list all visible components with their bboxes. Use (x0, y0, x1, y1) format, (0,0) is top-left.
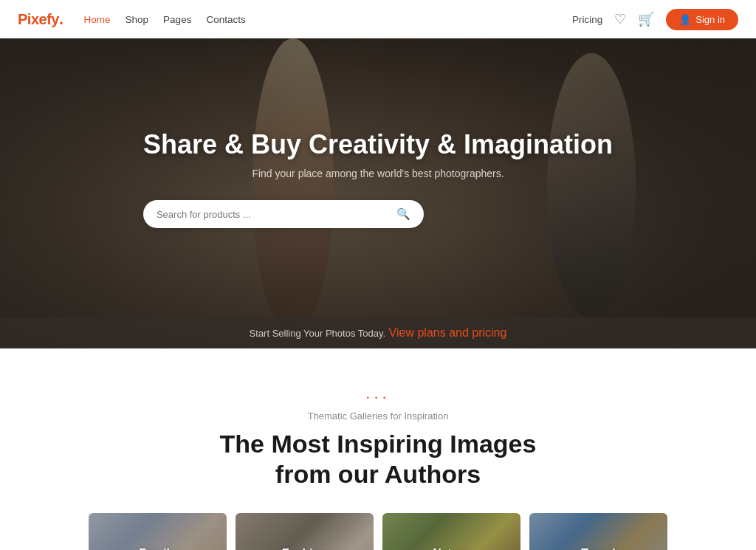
section-subtitle: Thematic Galleries for Inspiration (18, 410, 738, 422)
hero-content: Share & Buy Creativity & Imagination Fin… (143, 129, 613, 258)
logo-dot: . (59, 10, 63, 28)
logo[interactable]: Pixefy. (18, 10, 63, 29)
navbar-right: Pricing ♡ 🛒 👤 Sign in (572, 9, 738, 30)
gallery-grid: Family Fashion Nature Travel (75, 513, 681, 550)
nav-contacts[interactable]: Contacts (206, 14, 245, 25)
gallery-label-fashion: Fashion (282, 547, 327, 550)
search-icon[interactable]: 🔍 (396, 207, 410, 221)
gallery-overlay-family: Family (89, 513, 227, 550)
nav-home[interactable]: Home (84, 14, 111, 25)
hero-subtitle: Find your place among the world's best p… (143, 168, 613, 179)
galleries-section: ... Thematic Galleries for Inspiration T… (0, 348, 756, 550)
signin-button[interactable]: 👤 Sign in (666, 9, 738, 30)
hero-bottom-text: Start Selling Your Photos Today. (250, 328, 386, 339)
navbar: Pixefy. Home Shop Pages Contacts Pricing… (0, 0, 756, 38)
logo-text: Pixefy (18, 11, 59, 27)
nav-links: Home Shop Pages Contacts (84, 14, 246, 25)
nav-pages[interactable]: Pages (163, 14, 191, 25)
nav-shop[interactable]: Shop (126, 14, 149, 25)
hero-pricing-link[interactable]: View plans and pricing (389, 326, 507, 339)
gallery-label-family: Family (139, 547, 176, 550)
gallery-label-nature: Nature (433, 547, 470, 550)
gallery-card-fashion[interactable]: Fashion (236, 513, 374, 550)
gallery-card-nature[interactable]: Nature (382, 513, 520, 550)
cart-icon[interactable]: 🛒 (638, 11, 654, 27)
search-input[interactable] (157, 209, 396, 220)
gallery-overlay-fashion: Fashion (236, 513, 374, 550)
section-title: The Most Inspiring Images from our Autho… (18, 429, 738, 489)
search-bar: 🔍 (143, 200, 424, 228)
wishlist-icon[interactable]: ♡ (614, 11, 626, 27)
navbar-left: Pixefy. Home Shop Pages Contacts (18, 10, 246, 29)
hero-title: Share & Buy Creativity & Imagination (143, 129, 613, 160)
pricing-link[interactable]: Pricing (572, 14, 602, 25)
dots-decoration: ... (18, 384, 738, 403)
user-icon: 👤 (679, 14, 691, 25)
gallery-label-travel: Travel (581, 547, 615, 550)
gallery-card-travel[interactable]: Travel (529, 513, 667, 550)
hero-section: Share & Buy Creativity & Imagination Fin… (0, 38, 756, 348)
gallery-overlay-nature: Nature (382, 513, 520, 550)
hero-bottom-bar: Start Selling Your Photos Today. View pl… (0, 317, 756, 348)
gallery-overlay-travel: Travel (529, 513, 667, 550)
gallery-card-family[interactable]: Family (89, 513, 227, 550)
